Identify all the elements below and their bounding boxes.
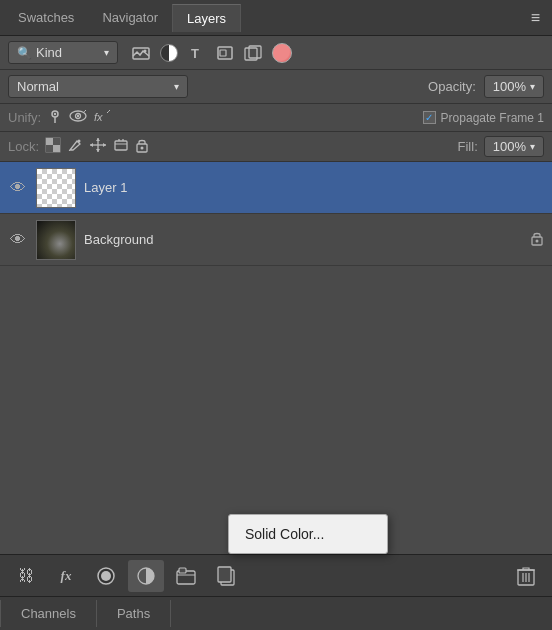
kind-filter-arrow: ▾ [104, 47, 109, 58]
svg-text:fx: fx [94, 111, 103, 123]
propagate-frame-row: ✓ Propagate Frame 1 [423, 111, 544, 125]
solid-color-option[interactable]: Solid Color... [229, 519, 387, 549]
svg-rect-18 [46, 145, 53, 152]
svg-text:T: T [191, 46, 199, 61]
lock-row: Lock: [0, 132, 552, 162]
duplicate-layer-button[interactable] [208, 560, 244, 592]
kind-filter-label: Kind [36, 45, 62, 60]
blend-mode-arrow: ▾ [174, 81, 179, 92]
unify-position-icon[interactable] [47, 108, 63, 127]
kind-filter-select[interactable]: 🔍 Kind ▾ [8, 41, 118, 64]
link-layers-button[interactable]: ⛓ [8, 560, 44, 592]
svg-rect-16 [53, 145, 60, 152]
blend-mode-select[interactable]: Normal ▾ [8, 75, 188, 98]
layer-name: Background [84, 232, 522, 247]
blend-row: Normal ▾ Opacity: 100% ▾ [0, 70, 552, 104]
layer-thumbnail [36, 168, 76, 208]
add-adjustment-button[interactable] [128, 560, 164, 592]
unify-style-icon[interactable]: fx [93, 109, 111, 127]
layers-list: 👁 Layer 1 👁 Background [0, 162, 552, 434]
panel-menu-button[interactable]: ≡ [523, 5, 548, 31]
propagate-frame-checkbox[interactable]: ✓ [423, 111, 436, 124]
svg-rect-39 [179, 568, 186, 573]
lock-pixels-icon[interactable] [67, 137, 83, 156]
lock-all-icon[interactable] [135, 137, 149, 156]
fill-section: Fill: 100% ▾ [458, 136, 544, 157]
type-filter-icon[interactable]: T [186, 42, 208, 64]
add-mask-button[interactable] [88, 560, 124, 592]
layer-item[interactable]: 👁 Layer 1 [0, 162, 552, 214]
lock-label: Lock: [8, 139, 39, 154]
tab-paths[interactable]: Paths [97, 600, 171, 627]
bottom-tab-bar: Channels Paths [0, 596, 552, 630]
svg-point-1 [144, 49, 147, 52]
layer-visibility-toggle[interactable]: 👁 [8, 179, 28, 197]
layer-name: Layer 1 [84, 180, 544, 195]
unify-row: Unify: fx ✓ [0, 104, 552, 132]
svg-point-36 [101, 571, 111, 581]
fill-arrow: ▾ [530, 141, 535, 152]
layer-effects-button[interactable]: fx [48, 560, 84, 592]
lock-position-icon[interactable] [89, 137, 107, 156]
svg-marker-23 [96, 138, 100, 141]
svg-rect-15 [46, 138, 53, 145]
fill-input[interactable]: 100% ▾ [484, 136, 544, 157]
svg-point-19 [78, 140, 81, 143]
lock-transparency-icon[interactable] [45, 137, 61, 156]
svg-point-12 [77, 115, 79, 117]
opacity-label: Opacity: [428, 79, 476, 94]
svg-rect-17 [53, 138, 60, 145]
tab-navigator[interactable]: Navigator [88, 4, 172, 31]
user-avatar [272, 43, 292, 63]
pixel-filter-icon[interactable] [130, 42, 152, 64]
opacity-value-text: 100% [493, 79, 526, 94]
opacity-input[interactable]: 100% ▾ [484, 75, 544, 98]
blend-mode-value: Normal [17, 79, 59, 94]
tab-swatches[interactable]: Swatches [4, 4, 88, 31]
svg-rect-4 [220, 50, 226, 56]
fill-label: Fill: [458, 139, 478, 154]
unify-label: Unify: [8, 110, 41, 125]
svg-line-20 [69, 150, 70, 151]
shape-filter-icon[interactable] [214, 42, 236, 64]
layer-lock-icon [530, 230, 544, 249]
filter-row: 🔍 Kind ▾ T [0, 36, 552, 70]
adjustment-dropdown: Solid Color... [228, 514, 388, 554]
layer-thumbnail [36, 220, 76, 260]
opacity-arrow: ▾ [530, 81, 535, 92]
svg-rect-41 [218, 567, 231, 582]
tab-channels[interactable]: Channels [0, 600, 97, 627]
layer-visibility-toggle[interactable]: 👁 [8, 231, 28, 249]
tab-bar: Swatches Navigator Layers ≡ [0, 0, 552, 36]
filter-icons: T [130, 42, 292, 64]
search-icon: 🔍 [17, 46, 32, 60]
propagate-frame-label: Propagate Frame 1 [441, 111, 544, 125]
unify-visibility-icon[interactable] [69, 109, 87, 126]
lock-artboard-icon[interactable] [113, 137, 129, 156]
svg-point-9 [54, 113, 56, 115]
new-group-button[interactable] [168, 560, 204, 592]
adjustment-filter-icon[interactable] [158, 42, 180, 64]
tab-layers[interactable]: Layers [172, 4, 241, 32]
svg-marker-24 [96, 149, 100, 152]
fill-value-text: 100% [493, 139, 526, 154]
svg-marker-25 [90, 143, 93, 147]
svg-marker-26 [103, 143, 106, 147]
delete-layer-button[interactable] [508, 560, 544, 592]
layer-item[interactable]: 👁 Background [0, 214, 552, 266]
smart-object-filter-icon[interactable] [242, 42, 264, 64]
svg-point-34 [536, 240, 539, 243]
svg-rect-27 [115, 141, 127, 150]
fx-label: fx [61, 568, 72, 584]
svg-point-32 [141, 147, 144, 150]
bottom-toolbar: ⛓ fx [0, 554, 552, 596]
